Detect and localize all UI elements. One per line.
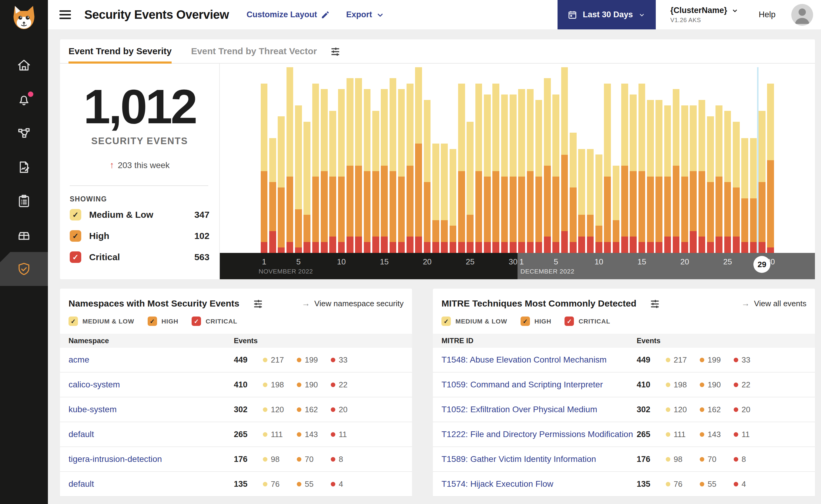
tab-event-trend-by-threat-vector[interactable]: Event Trend by Threat Vector (191, 39, 317, 63)
chart-bar[interactable] (612, 67, 620, 253)
row-link[interactable]: T1222: File and Directory Permissions Mo… (441, 429, 637, 439)
chart-bar[interactable] (603, 67, 612, 253)
severity-chip[interactable]: ✓MEDIUM & LOW (441, 317, 507, 326)
row-link[interactable]: T1574: Hijack Execution Flow (441, 479, 637, 489)
sidebar-item-threat-defense[interactable] (0, 252, 48, 286)
chart-bar[interactable] (638, 67, 646, 253)
chart-bar[interactable] (706, 67, 715, 253)
row-link[interactable]: default (68, 429, 234, 439)
chart-bar[interactable] (329, 67, 337, 253)
chart-bar[interactable] (594, 67, 603, 253)
chart-bar[interactable] (560, 67, 569, 253)
chart-bar[interactable] (431, 67, 440, 253)
chart-bar[interactable] (286, 67, 294, 253)
chart-bar[interactable] (440, 67, 449, 253)
severity-chip[interactable]: ✓CRITICAL (191, 317, 237, 326)
chart-bar[interactable] (689, 67, 698, 253)
row-link[interactable]: T1059: Command and Scripting Interpreter (441, 380, 637, 390)
chart-bar[interactable] (526, 67, 534, 253)
severity-chip[interactable]: ✓HIGH (148, 317, 178, 326)
sidebar-item-policies[interactable] (0, 150, 48, 184)
chart-bar[interactable] (552, 67, 560, 253)
row-link[interactable]: tigera-intrusion-detection (68, 454, 234, 464)
chart-bar[interactable] (663, 67, 672, 253)
severity-chip[interactable]: ✓CRITICAL (564, 317, 610, 326)
chart-bar[interactable] (406, 67, 414, 253)
chart-bar[interactable] (646, 67, 655, 253)
chart-bar[interactable] (303, 67, 311, 253)
filter-sliders-icon[interactable] (649, 298, 661, 309)
tab-event-trend-by-severity[interactable]: Event Trend by Severity (68, 39, 171, 63)
severity-checkbox[interactable]: ✓ (70, 251, 81, 263)
filter-sliders-icon[interactable] (252, 298, 264, 309)
chart-bar[interactable] (577, 67, 586, 253)
chart-bar[interactable] (397, 67, 406, 253)
chart-bar[interactable] (655, 67, 663, 253)
severity-chip-checkbox[interactable]: ✓ (148, 317, 157, 326)
severity-checkbox[interactable]: ✓ (70, 230, 81, 242)
chart-bar[interactable] (758, 67, 766, 253)
chart-bar[interactable] (569, 67, 577, 253)
chart-bar[interactable] (491, 67, 500, 253)
user-avatar[interactable] (791, 4, 813, 26)
row-link[interactable]: default (68, 479, 234, 489)
chart-bar[interactable] (586, 67, 594, 253)
chart-bar[interactable] (766, 67, 775, 253)
chart-bar[interactable] (363, 67, 371, 253)
chart-bar[interactable] (715, 67, 723, 253)
chart-bar[interactable] (354, 67, 363, 253)
filter-sliders-icon[interactable] (330, 45, 341, 57)
chart-bar[interactable] (723, 67, 732, 253)
chart-bar[interactable] (466, 67, 474, 253)
row-link[interactable]: T1052: Exfiltration Over Physical Medium (441, 405, 637, 414)
sidebar-item-home[interactable] (0, 48, 48, 82)
chart-bar[interactable] (268, 67, 277, 253)
current-day-marker[interactable]: 29 (753, 256, 770, 273)
severity-chip[interactable]: ✓HIGH (520, 317, 551, 326)
severity-chip-checkbox[interactable]: ✓ (441, 317, 451, 326)
chart-bar[interactable] (534, 67, 543, 253)
chart-bar[interactable] (543, 67, 551, 253)
chart-bar[interactable] (741, 67, 749, 253)
date-range-button[interactable]: Last 30 Days (557, 0, 656, 29)
help-link[interactable]: Help (759, 10, 776, 19)
chart-bar[interactable] (371, 67, 380, 253)
chart-bar[interactable] (346, 67, 354, 253)
chart-bar[interactable] (517, 67, 526, 253)
chart-bar[interactable] (449, 67, 457, 253)
chart-bar[interactable] (423, 67, 431, 253)
chart-bar[interactable] (629, 67, 637, 253)
row-link[interactable]: T1589: Gather Victim Identity Informatio… (441, 454, 637, 464)
chart-bar[interactable] (337, 67, 346, 253)
chart-bar[interactable] (620, 67, 629, 253)
chart-bar[interactable] (389, 67, 397, 253)
chart-bar[interactable] (457, 67, 466, 253)
chart-bar[interactable] (277, 67, 286, 253)
sidebar-item-service-graph[interactable] (0, 116, 48, 150)
row-link[interactable]: kube-system (68, 405, 234, 414)
chart-bar[interactable] (320, 67, 328, 253)
chart-bar[interactable] (672, 67, 680, 253)
chart-bar[interactable] (680, 67, 689, 253)
view-namespace-security-link[interactable]: → View namespace security (302, 299, 404, 308)
view-all-events-link[interactable]: → View all events (741, 299, 806, 308)
chart-bar[interactable] (414, 67, 423, 253)
severity-chip-checkbox[interactable]: ✓ (68, 317, 78, 326)
customize-layout-link[interactable]: Customize Layout (247, 10, 330, 19)
export-button[interactable]: Export (346, 10, 385, 19)
row-link[interactable]: T1548: Abuse Elevation Control Mechanism (441, 355, 637, 365)
chart-bar[interactable] (474, 67, 483, 253)
sidebar-item-manage[interactable] (0, 218, 48, 252)
severity-chip-checkbox[interactable]: ✓ (191, 317, 201, 326)
chart-bar[interactable] (260, 67, 268, 253)
severity-checkbox[interactable]: ✓ (70, 209, 81, 221)
menu-toggle-icon[interactable] (59, 8, 71, 21)
cluster-selector[interactable]: {ClusterName} V1.26 AKS (670, 6, 739, 24)
chart-bar[interactable] (311, 67, 320, 253)
chart-bar[interactable] (732, 67, 740, 253)
severity-chip-checkbox[interactable]: ✓ (564, 317, 574, 326)
severity-chip[interactable]: ✓MEDIUM & LOW (68, 317, 134, 326)
severity-chip-checkbox[interactable]: ✓ (520, 317, 530, 326)
sidebar-item-alerts[interactable] (0, 82, 48, 116)
chart-bar[interactable] (698, 67, 706, 253)
